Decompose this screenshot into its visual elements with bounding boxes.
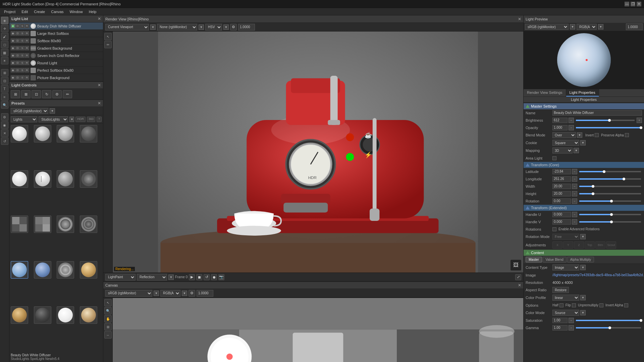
prop-handlev-slider[interactable] <box>579 221 641 223</box>
canvas-close[interactable]: ✕ <box>518 283 521 288</box>
light-solo-6[interactable]: S <box>20 68 24 72</box>
preset-item-19[interactable] <box>80 306 97 324</box>
br-lightpaint-select[interactable]: LightPaint <box>105 274 136 281</box>
close-button[interactable]: ✕ <box>637 2 641 6</box>
menu-project[interactable]: Project <box>1 9 18 14</box>
tab-render-view-settings[interactable]: Render View Settings <box>524 89 566 97</box>
adj-x-btn[interactable]: X <box>552 241 562 249</box>
preset-item-12[interactable] <box>11 261 28 279</box>
menu-canvas[interactable]: Canvas <box>48 9 66 14</box>
light-visible-4[interactable]: ◉ <box>11 53 15 58</box>
prop-height-minus[interactable]: − <box>572 191 577 196</box>
prop-handleu-minus[interactable]: − <box>572 212 577 217</box>
prop-handlev-input[interactable] <box>552 219 571 225</box>
presets-colorprofile-arrow[interactable]: ▼ <box>50 108 55 114</box>
lc-btn-scalex[interactable]: ⊠ <box>21 90 31 98</box>
prop-contenttype-arrow[interactable]: ▼ <box>580 265 586 270</box>
rt-mode-select[interactable]: HSV <box>205 24 222 31</box>
preset-item-1[interactable] <box>34 125 51 142</box>
prop-longitude-minus[interactable]: − <box>572 176 577 182</box>
prop-longitude-slider[interactable] <box>579 178 641 180</box>
lp-ch-arrow[interactable]: ▼ <box>598 24 603 29</box>
canvas-ch-arrow[interactable]: ▼ <box>182 291 187 296</box>
transform-core-header[interactable]: Transform (Core) <box>524 162 644 168</box>
rt-settings-btn[interactable]: ⚙ <box>230 24 237 31</box>
tool-zoom[interactable]: 🔍 <box>1 101 8 109</box>
br-play[interactable]: ▶ <box>189 274 195 280</box>
rt-viewport-select[interactable]: Current Viewport <box>105 24 149 31</box>
adj-top-btn[interactable]: Top <box>585 241 595 249</box>
tab-light-properties[interactable]: Light Properties <box>566 89 599 97</box>
light-solo-7[interactable]: S <box>20 75 24 80</box>
lp-brightness-input[interactable] <box>626 23 643 30</box>
prop-rotation-minus[interactable]: − <box>572 198 577 204</box>
light-item-6[interactable]: ◉ ⊡ S R Perfect Softbox 80x80 <box>9 67 103 74</box>
lc-btn-scaley[interactable]: ⊡ <box>32 90 41 98</box>
prop-preservealpha-checkbox[interactable] <box>625 133 629 137</box>
rt-viewport-arrow[interactable]: ▼ <box>150 24 156 30</box>
light-lock-4[interactable]: ⊡ <box>15 53 20 58</box>
tool-settings[interactable]: ⚙ <box>1 113 8 121</box>
prop-rotmode-arrow[interactable]: ▼ <box>580 234 586 239</box>
maximize-button[interactable]: ❐ <box>631 2 635 6</box>
render-view-close[interactable]: ✕ <box>518 17 521 21</box>
prop-brightness-input[interactable] <box>552 118 568 123</box>
tool-brush[interactable]: 🖌 <box>1 33 8 40</box>
presets-colorprofile-select[interactable]: sRGB (rgbMonitor) <box>11 108 48 114</box>
lc-btn-paint[interactable]: ✏ <box>63 90 72 98</box>
prop-rotation-slider[interactable] <box>579 200 641 202</box>
preset-item-11[interactable] <box>80 216 97 233</box>
prop-blendmode-arrow[interactable]: ▼ <box>577 132 582 138</box>
canvas-tool-hand[interactable]: ✋ <box>104 315 112 322</box>
prop-brightness-minus[interactable]: − <box>569 118 574 123</box>
prop-cookie-arrow[interactable]: ▼ <box>580 140 586 145</box>
prop-colormode-select[interactable]: Source <box>552 310 579 316</box>
preset-360-btn[interactable]: 360 <box>87 117 95 122</box>
light-render-0[interactable]: R <box>25 24 29 28</box>
content-tab-valueblend[interactable]: Value Blend <box>543 257 567 262</box>
prop-latitude-minus[interactable]: − <box>572 169 577 174</box>
canvas-tool-flip[interactable]: ↔ <box>104 331 112 339</box>
preset-help-btn[interactable]: ? <box>97 117 102 122</box>
preset-item-7[interactable] <box>80 170 97 188</box>
lp-colorspace-select[interactable]: sRGB (rgbMonitor) <box>525 24 569 30</box>
light-lock-7[interactable]: ⊡ <box>15 75 20 80</box>
prop-width-minus[interactable]: − <box>572 184 577 189</box>
rt-colorspace-select[interactable]: None (rgbMonitor) <box>157 24 197 31</box>
prop-gamma-minus[interactable]: − <box>569 325 574 330</box>
prop-contenttype-select[interactable]: Image <box>552 264 579 270</box>
light-render-3[interactable]: R <box>25 46 29 50</box>
tool-history[interactable]: ↺ <box>1 137 8 145</box>
prop-brightness-plus[interactable]: + <box>637 118 642 123</box>
adj-btm-btn[interactable]: Btm <box>595 241 605 249</box>
tool-transform[interactable]: ⊞ <box>1 69 8 76</box>
canvas-settings-btn[interactable]: ⚙ <box>189 290 195 297</box>
light-visible-6[interactable]: ◉ <box>11 68 15 72</box>
prop-colorprofile-select[interactable]: linear <box>552 295 579 301</box>
light-lock-2[interactable]: ⊡ <box>15 39 20 43</box>
light-render-1[interactable]: R <box>25 31 29 36</box>
prop-latitude-input[interactable] <box>552 169 571 174</box>
prop-mapping-arrow[interactable]: ▼ <box>574 148 579 153</box>
prop-width-slider[interactable] <box>579 186 641 187</box>
prop-width-input[interactable] <box>552 184 571 189</box>
prop-opt-invalpha-cb[interactable] <box>624 303 628 307</box>
light-solo-2[interactable]: S <box>20 39 24 43</box>
light-item-0[interactable]: ◉ ⊡ S R Beauty Dish White Diffuser <box>9 22 103 30</box>
light-controls-close[interactable]: ✕ <box>98 83 101 87</box>
menu-create[interactable]: Create <box>31 9 48 14</box>
preset-item-6[interactable] <box>57 170 74 188</box>
preset-item-4[interactable] <box>11 170 28 188</box>
preset-hdr-btn[interactable]: HDR <box>75 117 86 122</box>
prop-advrot-checkbox[interactable] <box>552 227 556 231</box>
transform-ext-header[interactable]: Transform (Extended) <box>524 205 644 211</box>
tool-palette[interactable]: ◉ <box>1 121 8 129</box>
menu-edit[interactable]: Edit <box>19 9 31 14</box>
minimize-button[interactable]: — <box>625 2 629 6</box>
tool-crop[interactable]: ⊡ <box>1 77 8 84</box>
light-lock-3[interactable]: ⊡ <box>15 46 20 50</box>
prop-invert-checkbox[interactable] <box>595 133 599 137</box>
br-loop[interactable]: ↺ <box>204 274 210 280</box>
prop-blendmode-select[interactable]: Over <box>552 132 576 138</box>
light-visible-1[interactable]: ◉ <box>11 31 15 36</box>
